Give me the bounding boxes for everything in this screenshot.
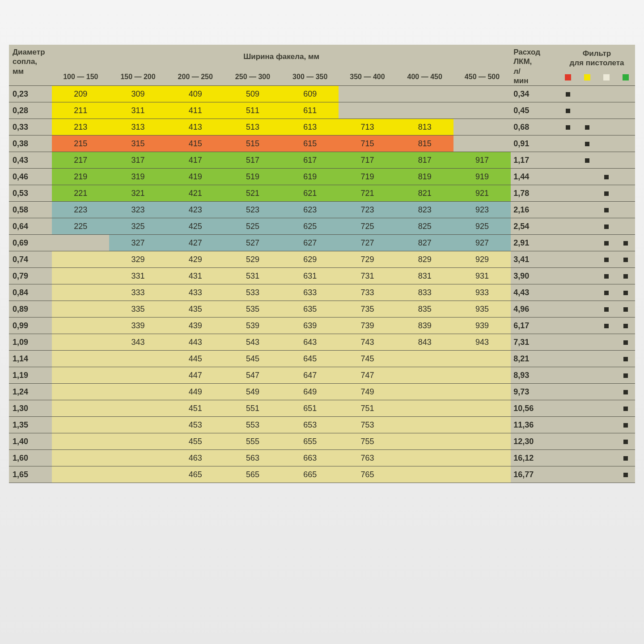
cell-value: 435 (167, 301, 224, 318)
cell-value: 431 (167, 268, 224, 284)
cell-value: 629 (281, 251, 339, 268)
cell-filter-mark (559, 400, 578, 417)
cell-filter-mark (597, 235, 616, 251)
cell-value: 719 (339, 169, 396, 185)
cell-filter-mark (578, 417, 597, 433)
cell-filter-mark (578, 169, 597, 185)
cell-filter-mark (597, 185, 616, 202)
cell-value: 765 (339, 466, 396, 483)
cell-diameter: 1,19 (9, 367, 52, 384)
cell-filter-mark (597, 152, 616, 169)
cell-value: 717 (339, 152, 396, 169)
cell-value: 725 (339, 218, 396, 235)
cell-value (453, 119, 511, 136)
cell-value: 511 (224, 102, 281, 119)
cell-value: 339 (109, 318, 166, 334)
cell-value (52, 334, 109, 351)
cell-diameter: 0,74 (9, 251, 52, 268)
range-3: 250 — 300 (224, 69, 281, 86)
cell-value: 645 (281, 351, 339, 367)
cell-value: 509 (224, 86, 281, 102)
cell-value: 223 (52, 202, 109, 218)
cell-value: 919 (453, 169, 511, 185)
cell-value (453, 400, 511, 417)
cell-value: 753 (339, 417, 396, 433)
cell-filter-mark (597, 367, 616, 384)
cell-filter-mark (616, 235, 635, 251)
cell-filter-mark (578, 367, 597, 384)
cell-value: 553 (224, 417, 281, 433)
cell-filter-mark (559, 284, 578, 301)
cell-filter-mark (559, 433, 578, 450)
cell-value (109, 450, 166, 466)
cell-value: 421 (167, 185, 224, 202)
table-row: 1,144455456457458,21 (9, 351, 635, 367)
cell-filter-mark (578, 284, 597, 301)
cell-value: 713 (339, 119, 396, 136)
cell-value (109, 384, 166, 400)
cell-diameter: 0,89 (9, 301, 52, 318)
cell-value: 515 (224, 136, 281, 152)
cell-value: 649 (281, 384, 339, 400)
cell-filter-mark (616, 384, 635, 400)
cell-value: 533 (224, 284, 281, 301)
cell-filter-mark (559, 152, 578, 169)
cell-value: 317 (109, 152, 166, 169)
cell-value: 413 (167, 119, 224, 136)
cell-filter-mark (616, 351, 635, 367)
cell-filter-mark (578, 136, 597, 152)
cell-value: 825 (396, 218, 453, 235)
cell-filter-mark (578, 268, 597, 284)
cell-value: 731 (339, 268, 396, 284)
cell-value (52, 367, 109, 384)
cell-value: 635 (281, 301, 339, 318)
cell-flow: 6,17 (511, 318, 559, 334)
cell-value: 721 (339, 185, 396, 202)
cell-value (52, 433, 109, 450)
cell-value (52, 450, 109, 466)
cell-filter-mark (597, 268, 616, 284)
cell-filter-mark (597, 119, 616, 136)
cell-value: 749 (339, 384, 396, 400)
cell-value: 613 (281, 119, 339, 136)
cell-value: 543 (224, 334, 281, 351)
cell-value (339, 102, 396, 119)
cell-filter-mark (616, 185, 635, 202)
cell-filter-mark (597, 466, 616, 483)
cell-filter-mark (616, 169, 635, 185)
cell-value (396, 450, 453, 466)
cell-filter-mark (597, 351, 616, 367)
cell-value: 439 (167, 318, 224, 334)
cell-value: 733 (339, 284, 396, 301)
table-row: 1,4045555565575512,30 (9, 433, 635, 450)
cell-value: 747 (339, 367, 396, 384)
cell-flow: 1,44 (511, 169, 559, 185)
cell-value: 429 (167, 251, 224, 268)
cell-value: 209 (52, 86, 109, 102)
cell-value: 325 (109, 218, 166, 235)
cell-value: 423 (167, 202, 224, 218)
cell-filter-mark (578, 318, 597, 334)
cell-value: 529 (224, 251, 281, 268)
cell-value: 727 (339, 235, 396, 251)
cell-value: 531 (224, 268, 281, 284)
cell-filter-mark (616, 251, 635, 268)
cell-flow: 2,16 (511, 202, 559, 218)
cell-value: 839 (396, 318, 453, 334)
cell-filter-mark (616, 119, 635, 136)
range-0: 100 — 150 (52, 69, 109, 86)
cell-flow: 4,96 (511, 301, 559, 318)
cell-filter-mark (597, 251, 616, 268)
cell-value (109, 417, 166, 433)
cell-filter-mark (578, 384, 597, 400)
cell-filter-mark (578, 218, 597, 235)
cell-flow: 1,17 (511, 152, 559, 169)
cell-flow: 4,43 (511, 284, 559, 301)
cell-filter-mark (559, 301, 578, 318)
cell-value: 329 (109, 251, 166, 268)
cell-filter-mark (597, 86, 616, 102)
cell-diameter: 0,38 (9, 136, 52, 152)
cell-value (453, 86, 511, 102)
cell-value: 843 (396, 334, 453, 351)
cell-filter-mark (616, 417, 635, 433)
